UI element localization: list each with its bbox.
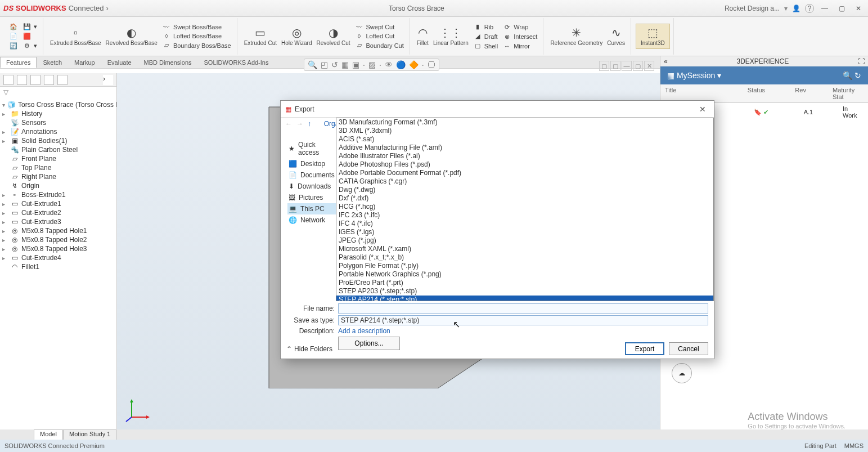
swept-cut-button[interactable]: 〰Swept Cut <box>353 23 406 31</box>
tree-item[interactable]: ▸▭Cut-Extrude3 <box>1 217 115 226</box>
wrap-button[interactable]: ⟳Wrap <box>500 23 539 32</box>
location-item[interactable]: ⬇Downloads <box>287 181 337 192</box>
file-type-option[interactable]: Adobe Photoshop Files (*.psd) <box>336 160 713 169</box>
export-options-button[interactable]: Options... <box>338 337 400 350</box>
file-type-option[interactable]: STEP AP214 (*.step;*.stp) <box>336 296 713 301</box>
tree-item[interactable]: ▸◎M5x0.8 Tapped Hole3 <box>1 244 115 253</box>
nav-up-icon[interactable]: ↑ <box>308 120 311 128</box>
user-avatar-icon[interactable]: 👤 <box>792 5 800 12</box>
property-tab-icon[interactable] <box>17 75 27 85</box>
location-item[interactable]: 💻This PC <box>287 203 337 214</box>
location-item[interactable]: ★Quick access <box>287 139 337 158</box>
motion-study-tab[interactable]: Motion Study 1 <box>63 429 116 440</box>
cloud-status-icon[interactable]: ☁ <box>672 363 692 383</box>
lofted-cut-button[interactable]: ◊Lofted Cut <box>353 32 406 40</box>
file-type-option[interactable]: HCG (*.hcg) <box>336 203 713 211</box>
home-button[interactable]: 🏠 <box>7 23 20 31</box>
tree-item[interactable]: ▱Front Plane <box>1 154 115 163</box>
window-minimize-button[interactable]: — <box>818 5 831 12</box>
display-style-icon[interactable]: ▨ <box>368 60 376 69</box>
save-as-type-list[interactable]: 3D Manufacturing Format (*.3mf)3D XML (*… <box>336 118 714 301</box>
file-type-option[interactable]: IFC 4 (*.ifc) <box>336 220 713 228</box>
file-type-option[interactable]: Adobe Illustrator Files (*.ai) <box>336 152 713 160</box>
file-type-option[interactable]: Parasolid (*.x_t;*.x_b) <box>336 253 713 262</box>
tab-sketch[interactable]: Sketch <box>37 57 68 68</box>
save-as-type-dropdown[interactable]: STEP AP214 (*.step;*.stp) <box>338 315 708 325</box>
file-type-option[interactable]: Adobe Portable Document Format (*.pdf) <box>336 169 713 177</box>
scene-icon[interactable]: 🔶 <box>409 60 419 69</box>
file-type-option[interactable]: STEP AP203 (*.step;*.stp) <box>336 287 713 296</box>
tree-item[interactable]: ▸◎M5x0.8 Tapped Hole2 <box>1 235 115 244</box>
expand-panel-icon[interactable]: › <box>103 75 113 85</box>
linear-pattern-button[interactable]: ⋮⋮Linear Pattern <box>431 25 471 47</box>
traffic-light-button[interactable]: 🟥 <box>20 32 39 41</box>
revolved-cut-button[interactable]: ◑Revolved Cut <box>314 25 352 47</box>
description-input[interactable]: Add a description <box>338 327 390 335</box>
window-maximize-button[interactable]: ▢ <box>835 5 848 12</box>
tab-markup[interactable]: Markup <box>68 57 101 68</box>
tree-item[interactable]: ▸📝Annotations <box>1 127 115 136</box>
tree-item[interactable]: ▸◎M5x0.8 Tapped Hole1 <box>1 226 115 235</box>
tree-item[interactable]: ▸▭Cut-Extrude2 <box>1 208 115 217</box>
tab-addins[interactable]: SOLIDWORKS Add-Ins <box>198 57 275 68</box>
mirror-button[interactable]: ↔Mirror <box>500 42 539 50</box>
view-orientation-icon[interactable]: ▣ <box>352 60 359 69</box>
draft-button[interactable]: ◢Draft <box>471 32 500 41</box>
file-name-input[interactable] <box>338 303 708 314</box>
location-item[interactable]: 📄Documents <box>287 169 337 181</box>
rib-button[interactable]: ▮Rib <box>471 23 500 31</box>
reference-geometry-button[interactable]: ✳Reference Geometry <box>548 25 605 47</box>
pane-expand-icon[interactable]: ⛶ <box>858 57 865 65</box>
boundary-cut-button[interactable]: ▱Boundary Cut <box>353 41 406 50</box>
instant3d-button[interactable]: ⬚Instant3D <box>636 24 670 49</box>
file-type-option[interactable]: Microsoft XAML (*.xaml) <box>336 245 713 253</box>
model-tab[interactable]: Model <box>34 429 63 440</box>
doc-max-icon[interactable]: ▢ <box>633 61 643 71</box>
file-type-option[interactable]: CATIA Graphics (*.cgr) <box>336 177 713 186</box>
export-cancel-button[interactable]: Cancel <box>669 342 708 355</box>
tree-item[interactable]: ▸▭Cut-Extrude1 <box>1 199 115 208</box>
intersect-button[interactable]: ⊗Intersect <box>500 33 539 41</box>
search-icon[interactable]: 🔍 <box>843 71 852 80</box>
hide-show-icon[interactable]: 👁 <box>385 60 393 69</box>
nav-fwd-icon[interactable]: → <box>296 120 303 128</box>
options-gear-button[interactable]: ⚙▾ <box>20 42 39 50</box>
view-settings-icon[interactable]: 🖵 <box>428 60 435 69</box>
export-confirm-button[interactable]: Export <box>625 342 664 355</box>
file-type-option[interactable]: IGES (*.igs) <box>336 228 713 236</box>
boundary-boss-button[interactable]: ▱Boundary Boss/Base <box>160 41 233 50</box>
help-icon[interactable]: ? <box>805 4 814 13</box>
tree-item[interactable]: ↯Origin <box>1 181 115 190</box>
section-view-icon[interactable]: ▦ <box>341 60 349 69</box>
filter-icon[interactable]: ▽ <box>0 87 116 98</box>
save-button[interactable]: 💾▾ <box>20 23 39 31</box>
file-type-option[interactable]: 3D Manufacturing Format (*.3mf) <box>336 118 713 127</box>
tab-features[interactable]: Features <box>0 57 37 68</box>
tree-item[interactable]: ▸📁History <box>1 109 115 118</box>
zoom-fit-icon[interactable]: 🔍 <box>308 60 317 69</box>
tree-item[interactable]: ▸▫Boss-Extrude1 <box>1 190 115 199</box>
window-close-button[interactable]: ✕ <box>852 5 865 12</box>
display-tab-icon[interactable] <box>44 75 54 85</box>
location-item[interactable]: 🖼Pictures <box>287 192 337 203</box>
tree-item[interactable]: ▱Top Plane <box>1 163 115 172</box>
lofted-boss-button[interactable]: ◊Lofted Boss/Base <box>160 32 233 40</box>
collapse-pane-icon[interactable]: « <box>664 57 668 65</box>
appearance-tab-icon[interactable] <box>57 75 68 85</box>
new-doc-button[interactable]: 📄 <box>7 32 20 41</box>
tree-root[interactable]: ▾🧊Torso Cross Brace (Torso Cross Brace<< <box>1 100 115 109</box>
export-dialog-close-button[interactable]: ✕ <box>696 105 709 114</box>
file-type-option[interactable]: Dwg (*.dwg) <box>336 186 713 194</box>
tree-item[interactable]: ▱Right Plane <box>1 172 115 181</box>
tree-item[interactable]: 📡Sensors <box>1 118 115 127</box>
hole-wizard-button[interactable]: ◎Hole Wizard <box>279 25 314 47</box>
config-tab-icon[interactable] <box>30 75 41 85</box>
file-type-option[interactable]: 3D XML (*.3dxml) <box>336 127 713 135</box>
status-units[interactable]: MMGS <box>844 442 863 449</box>
project-dropdown[interactable]: Rocket Design a... <box>725 5 780 12</box>
file-type-option[interactable]: ProE/Creo Part (*.prt) <box>336 279 713 287</box>
extruded-boss-button[interactable]: ▫Extruded Boss/Base <box>48 25 104 47</box>
location-item[interactable]: 🌐Network <box>287 214 337 226</box>
refresh-icon[interactable]: ↻ <box>854 71 861 80</box>
rebuild-button[interactable]: 🔄 <box>7 42 20 50</box>
